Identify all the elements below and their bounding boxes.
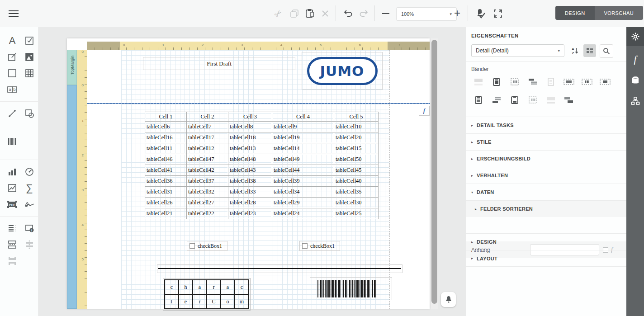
- picture-icon[interactable]: [22, 49, 37, 65]
- category-view-button[interactable]: [583, 44, 596, 57]
- detail-band-handle[interactable]: [67, 85, 77, 309]
- table-cell[interactable]: tableCell45: [334, 165, 379, 176]
- table-cell[interactable]: tableCell9: [272, 122, 334, 132]
- table-cell[interactable]: tableCell7: [187, 122, 228, 132]
- report-page[interactable]: 01234567 TopMargin 0012345 f First Draft…: [67, 38, 430, 309]
- table-icon[interactable]: [22, 66, 37, 81]
- page-header-band[interactable]: [472, 76, 485, 88]
- gear-icon[interactable]: [626, 27, 644, 46]
- detail-band[interactable]: [508, 76, 521, 88]
- table-cell[interactable]: tableCell29: [272, 198, 334, 208]
- table-cell[interactable]: tableCell21: [145, 208, 187, 219]
- cut-icon[interactable]: ✂: [270, 5, 287, 22]
- table-cell[interactable]: tableCell18: [228, 132, 272, 143]
- chart-icon[interactable]: [5, 164, 20, 179]
- zoom-select[interactable]: 100% ▾: [396, 7, 457, 21]
- table-cell[interactable]: tableCell50: [334, 154, 379, 165]
- cross-band-icon[interactable]: [5, 253, 20, 269]
- preview-mode-button[interactable]: VORSCHAU: [595, 6, 644, 20]
- table-cell[interactable]: tableCell23: [228, 208, 272, 219]
- menu-icon[interactable]: [8, 8, 19, 19]
- summary-icon[interactable]: ∑: [22, 180, 37, 196]
- content-icon[interactable]: [5, 221, 20, 236]
- report-table[interactable]: Cell 1Cell 2Cell 3Cell 4Cell 5tableCell6…: [145, 112, 379, 219]
- sort-az-button[interactable]: AZ: [569, 44, 582, 57]
- table-cell[interactable]: tableCell33: [228, 187, 272, 198]
- checkbox-icon[interactable]: [22, 33, 37, 48]
- table-cell[interactable]: tableCell37: [187, 176, 228, 187]
- table-header-cell[interactable]: Cell 2: [187, 112, 228, 122]
- text-icon[interactable]: A: [5, 33, 20, 48]
- page-band[interactable]: [545, 76, 557, 88]
- notifications-button[interactable]: [441, 292, 456, 307]
- table-cell[interactable]: tableCell20: [334, 132, 379, 143]
- table-cell[interactable]: tableCell11: [145, 143, 187, 154]
- section-detail-tasks[interactable]: ▸ DETAIL TASKS: [466, 117, 626, 133]
- report-header-band[interactable]: [490, 76, 503, 88]
- band-divider-line[interactable]: [87, 103, 430, 104]
- fullscreen-icon[interactable]: [491, 7, 505, 20]
- validate-icon[interactable]: [474, 7, 488, 20]
- table-cell[interactable]: tableCell22: [187, 208, 228, 219]
- table-cell[interactable]: tableCell13: [228, 143, 272, 154]
- undo-icon[interactable]: [342, 7, 355, 20]
- table-cell[interactable]: tableCell28: [228, 198, 272, 208]
- delete-icon[interactable]: [319, 8, 331, 19]
- page-info-icon[interactable]: i: [22, 221, 37, 236]
- design-mode-button[interactable]: DESIGN: [555, 6, 595, 20]
- section-felder-sortieren[interactable]: ▸ FELDER SORTIEREN: [466, 200, 626, 217]
- table-cell[interactable]: tableCell17: [187, 132, 228, 143]
- top-margin-band-handle[interactable]: TopMargin: [67, 50, 77, 85]
- pdf-signature-icon[interactable]: PDF: [5, 197, 20, 212]
- section-design[interactable]: ▸ DESIGN: [466, 233, 626, 250]
- table-cell[interactable]: tableCell48: [228, 154, 272, 165]
- shape-icon[interactable]: [22, 106, 37, 121]
- database-icon[interactable]: [626, 71, 644, 90]
- title-textbox[interactable]: First Draft: [143, 57, 295, 70]
- search-button[interactable]: [600, 44, 613, 58]
- comb-cell[interactable]: t: [165, 294, 179, 309]
- character-comb-element[interactable]: characterCom: [164, 279, 249, 309]
- comb-cell[interactable]: a: [193, 280, 207, 294]
- character-comb-icon[interactable]: ab: [5, 82, 20, 97]
- table-cell[interactable]: tableCell43: [228, 165, 272, 176]
- page-footer-band[interactable]: [508, 94, 521, 106]
- vertical-scrollbar-thumb[interactable]: [431, 40, 437, 304]
- comb-cell[interactable]: c: [165, 280, 179, 294]
- copy-icon[interactable]: [289, 8, 300, 19]
- band-icon[interactable]: [22, 237, 37, 252]
- detail-band-2[interactable]: [526, 94, 539, 106]
- table-cell[interactable]: tableCell25: [334, 208, 379, 219]
- panel-icon[interactable]: [5, 66, 20, 81]
- table-cell[interactable]: tableCell40: [334, 176, 379, 187]
- table-cell[interactable]: tableCell44: [272, 165, 334, 176]
- table-cell[interactable]: tableCell12: [187, 143, 228, 154]
- page-content-area[interactable]: f First Draft JUMO Cell 1Cell 2Cell 3Cel…: [87, 50, 430, 309]
- table-cell[interactable]: tableCell38: [228, 176, 272, 187]
- table-cell[interactable]: tableCell26: [145, 198, 187, 208]
- table-header-cell[interactable]: Cell 3: [228, 112, 272, 122]
- group-footer-band[interactable]: [490, 94, 503, 106]
- comb-cell[interactable]: e: [179, 294, 193, 309]
- comb-cell[interactable]: C: [207, 294, 221, 309]
- section-layout[interactable]: ▸ LAYOUT: [466, 250, 626, 267]
- function-icon[interactable]: f: [626, 50, 644, 69]
- gauge-icon[interactable]: [22, 164, 37, 179]
- barcode-element[interactable]: [310, 277, 392, 300]
- page-break-icon[interactable]: [5, 237, 20, 252]
- signature-icon[interactable]: [22, 197, 37, 212]
- band-selector-dropdown[interactable]: Detail (Detail) ▾: [471, 44, 564, 57]
- page-band-2[interactable]: [545, 94, 557, 106]
- comb-cell[interactable]: r: [207, 280, 221, 294]
- table-cell[interactable]: tableCell36: [145, 176, 187, 187]
- table-cell[interactable]: tableCell35: [334, 187, 379, 198]
- comb-cell[interactable]: c: [235, 280, 249, 294]
- line-icon[interactable]: [5, 106, 20, 121]
- section-stile[interactable]: ▸ STILE: [466, 133, 626, 150]
- table-cell[interactable]: tableCell49: [272, 154, 334, 165]
- richtext-icon[interactable]: [5, 49, 20, 65]
- table-cell[interactable]: tableCell30: [334, 198, 379, 208]
- table-cell[interactable]: tableCell10: [334, 122, 379, 132]
- paste-icon[interactable]: [304, 7, 316, 19]
- table-cell[interactable]: tableCell14: [272, 143, 334, 154]
